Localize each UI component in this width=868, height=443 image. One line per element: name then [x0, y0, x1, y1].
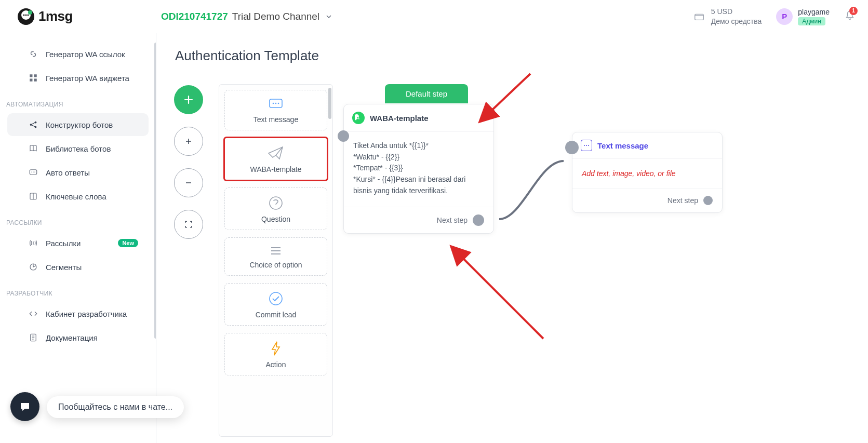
header: 1msg ODI210741727 Trial Demo Channel 5 U… — [0, 0, 868, 33]
next-step-label: Next step — [667, 196, 698, 205]
svg-rect-9 — [30, 79, 32, 82]
notifications-button[interactable]: 1 — [844, 10, 856, 23]
flow-canvas[interactable]: Default step WABA-template Tiket Anda un… — [343, 84, 858, 438]
svg-point-13 — [35, 126, 37, 128]
channel-name: Trial Demo Channel — [232, 11, 319, 22]
sidebar: Генератор WA ссылок Генератор WA виджета… — [0, 33, 156, 443]
svg-rect-8 — [34, 74, 37, 77]
chat-fab[interactable] — [10, 392, 39, 421]
palette-label: Choice of option — [249, 261, 302, 269]
expand-icon — [183, 219, 194, 230]
node-title: Text message — [597, 141, 648, 150]
palette-label: Action — [266, 360, 286, 369]
svg-point-26 — [270, 292, 282, 305]
svg-point-16 — [33, 172, 34, 173]
sidebar-item-keywords[interactable]: Ключевые слова — [7, 185, 149, 208]
svg-rect-10 — [34, 79, 37, 82]
palette-text-message[interactable]: Text message — [224, 90, 327, 130]
sidebar-item-link-generator[interactable]: Генератор WA ссылок — [7, 43, 149, 65]
user-role-badge: Админ — [798, 17, 825, 25]
svg-point-17 — [34, 172, 35, 173]
svg-line-31 — [452, 248, 543, 339]
grid-icon — [28, 73, 38, 83]
sidebar-item-dev-cabinet[interactable]: Кабинет разработчика — [7, 302, 149, 325]
broadcast-icon — [28, 238, 38, 248]
node-footer: Next step — [344, 207, 493, 233]
fullscreen-button[interactable] — [174, 210, 203, 239]
link-icon — [28, 49, 38, 59]
message-box-icon — [581, 140, 592, 151]
connector-in[interactable] — [565, 141, 579, 154]
sidebar-label: Библиотека ботов — [46, 144, 111, 153]
connector-in[interactable] — [338, 130, 349, 142]
next-step-label: Next step — [437, 216, 468, 224]
add-button[interactable] — [174, 85, 203, 114]
pie-icon — [28, 262, 38, 272]
node-title: WABA-template — [370, 114, 429, 123]
channel-selector[interactable]: ODI210741727 Trial Demo Channel — [161, 11, 332, 22]
sidebar-item-auto-replies[interactable]: Авто ответы — [7, 161, 149, 184]
svg-point-15 — [31, 172, 32, 173]
doc-icon — [28, 332, 38, 343]
connector-line — [488, 157, 581, 240]
sidebar-label: Генератор WA ссылок — [46, 50, 125, 59]
logo[interactable]: 1msg — [17, 7, 73, 26]
send-icon — [267, 145, 285, 161]
sidebar-label: Рассылки — [46, 239, 81, 248]
flow-node-waba[interactable]: WABA-template Tiket Anda untuk *{{1}}* *… — [343, 104, 494, 234]
palette-choice[interactable]: Choice of option — [224, 237, 327, 276]
svg-point-3 — [25, 14, 27, 16]
chat-icon — [28, 167, 38, 178]
share-icon — [28, 119, 38, 130]
block-palette: Text message WABA-template Question Choi… — [219, 84, 333, 437]
svg-point-22 — [273, 103, 274, 104]
sidebar-label: Конструктор ботов — [46, 120, 113, 129]
code-icon — [28, 308, 38, 319]
new-badge: New — [118, 239, 138, 247]
palette-commit-lead[interactable]: Commit lead — [224, 283, 327, 326]
svg-point-25 — [270, 197, 282, 209]
main: Authentication Template Text message WAB… — [156, 33, 868, 443]
user-name: playgame — [798, 8, 830, 16]
svg-rect-6 — [695, 14, 704, 20]
chat-bubble-icon — [19, 400, 31, 413]
sidebar-item-documentation[interactable]: Документация — [7, 326, 149, 349]
sidebar-label: Авто ответы — [46, 168, 90, 177]
svg-point-24 — [278, 103, 279, 104]
svg-rect-7 — [30, 74, 32, 77]
connector-out[interactable] — [703, 196, 713, 205]
palette-scrollbar[interactable] — [328, 88, 331, 119]
sidebar-label: Ключевые слова — [46, 192, 106, 201]
palette-label: Text message — [253, 115, 298, 124]
section-developer: РАЗРАБОТЧИК — [0, 279, 156, 301]
sidebar-item-mailings[interactable]: Рассылки New — [7, 232, 149, 254]
sidebar-item-bot-constructor[interactable]: Конструктор ботов — [7, 113, 149, 136]
zoom-in-button[interactable] — [174, 127, 203, 156]
book-icon — [28, 143, 38, 154]
sidebar-item-segments[interactable]: Сегменты — [7, 256, 149, 278]
page-title: Authentication Template — [156, 33, 868, 74]
svg-point-28 — [586, 145, 587, 146]
toolbar — [174, 85, 203, 239]
node-body: Tiket Anda untuk *{{1}}* *Waktu* - {{2}}… — [344, 132, 493, 207]
sidebar-item-bot-library[interactable]: Библиотека ботов — [7, 137, 149, 160]
palette-question[interactable]: Question — [224, 187, 327, 230]
node-footer: Next step — [572, 188, 722, 212]
connector-out[interactable] — [473, 214, 484, 226]
minus-icon — [183, 178, 194, 188]
node-placeholder[interactable]: Add text, image, video, or file — [572, 159, 722, 188]
chat-popup[interactable]: Пообщайтесь с нами в чате... — [47, 396, 184, 418]
svg-point-27 — [584, 145, 585, 146]
default-step-chip[interactable]: Default step — [385, 84, 468, 103]
palette-action[interactable]: Action — [224, 333, 327, 375]
svg-point-29 — [588, 145, 589, 146]
flow-node-text[interactable]: Text message Add text, image, video, or … — [572, 132, 723, 213]
balance[interactable]: 5 USD Демо средства — [693, 7, 762, 25]
palette-waba-template[interactable]: WABA-template — [224, 138, 327, 180]
wallet-icon — [693, 11, 705, 22]
balance-amount: 5 USD — [711, 7, 762, 16]
sidebar-item-widget-generator[interactable]: Генератор WA виджета — [7, 66, 149, 89]
list-icon — [268, 245, 284, 257]
zoom-out-button[interactable] — [174, 168, 203, 197]
user-menu[interactable]: P playgame Админ — [776, 8, 830, 25]
